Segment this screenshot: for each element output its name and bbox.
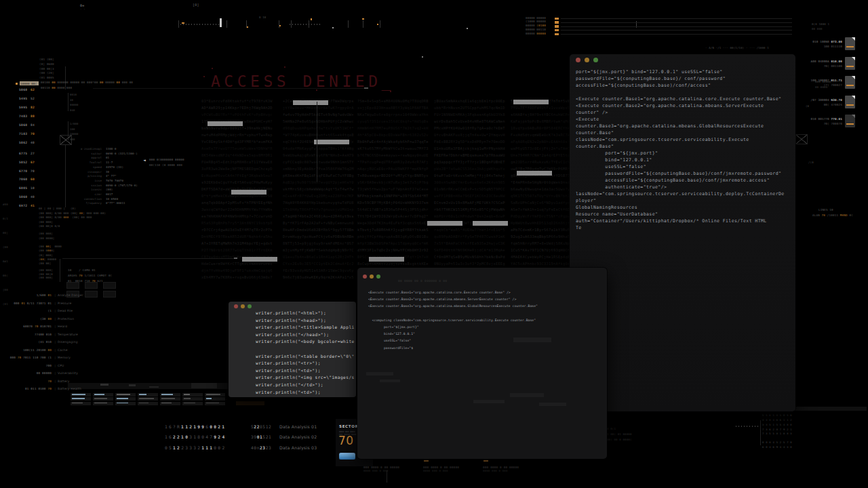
- selection-box: 10000 00(: [20, 81, 39, 85]
- window-controls: [576, 58, 602, 62]
- minimize-button[interactable]: [585, 58, 589, 62]
- text-seg: ARGHS: [68, 274, 79, 277]
- numcol-suffix: 62: [31, 88, 35, 92]
- noise-row: 9n6c7j03udkwKEKy9qrm2KnAPa1*x5: [283, 275, 354, 279]
- legend-numbers: 00000 (0100: [526, 24, 546, 27]
- file-icon[interactable]: [845, 57, 855, 70]
- text-seg: (0100: [536, 24, 546, 27]
- text-seg: 01: [47, 293, 52, 297]
- metric-divider: |: [54, 302, 56, 305]
- minimize-button[interactable]: [370, 274, 374, 279]
- metric-divider: |: [54, 364, 56, 367]
- file-item[interactable]: 010 100N0 073.00100 011110: [807, 37, 861, 54]
- kv-value: 1388-0: [106, 148, 117, 151]
- terminal-window-left[interactable]: writer.println("<html>"); writer.println…: [229, 302, 356, 397]
- metric-divider: |: [54, 293, 56, 297]
- dotted-line: [736, 426, 760, 427]
- kv-label: icse: [51, 180, 102, 183]
- metric-divider: |: [54, 348, 56, 352]
- text-seg: 23332: [181, 445, 201, 450]
- text-seg: (00 00|: [39, 262, 51, 265]
- text-seg: (00 000|: [39, 276, 53, 279]
- legend-line: [561, 34, 792, 35]
- kv-value: 0698-0 (321/1300-): [106, 152, 138, 156]
- noise-row: b?67NC6SDneemaywx+rswNgay0nuUE: [357, 153, 429, 157]
- zoom-button[interactable]: [376, 274, 380, 279]
- minibar-cell: [205, 402, 225, 405]
- file-icon-fold: [852, 57, 855, 60]
- labelcol-b: 400: [70, 138, 75, 142]
- red-fleck: [390, 91, 391, 92]
- text-seg: 7011 110 700 (1: [21, 356, 52, 359]
- close-button[interactable]: [576, 58, 580, 62]
- ruler-tick: [226, 20, 227, 28]
- noise-row: A?+3YRETqMWRh7n31M4bpcYEj+gdxt: [201, 241, 273, 245]
- file-icon-fold: [852, 76, 855, 79]
- dotgrid-row: 7 3 5 5 8 1 8 8 3: [762, 432, 794, 436]
- close-button[interactable]: [234, 304, 238, 308]
- noise-row: 8NTTj53+p9jgj6uy9rsmFdMEnc*0S7: [283, 241, 354, 245]
- noise-row: pq3appgcfTY3jrT?rjc1BDgnFUBnET: [434, 160, 505, 164]
- metric-value: 1/600 01: [7, 293, 52, 297]
- file-item[interactable]: /07 300004 N30.7000( 470024: [807, 96, 861, 112]
- progress-button[interactable]: [339, 453, 355, 460]
- file-label: 100 100007 011.71: [807, 79, 842, 82]
- terminal-window-middle[interactable]: <Execute counter.Base1="org.apache.catal…: [357, 268, 607, 459]
- minibar-fill: [94, 394, 104, 395]
- minibar-cell: [71, 397, 91, 401]
- selection-text: 10000 00(: [20, 82, 37, 85]
- file-icon[interactable]: [845, 115, 855, 127]
- minibar-fill: [184, 403, 195, 404]
- text-seg: 2210: [173, 434, 189, 439]
- file-item[interactable]: 100 100007 011.71(7( 700027: [807, 76, 861, 92]
- labelcol-a: 040: [70, 109, 75, 113]
- red-fleck: [212, 68, 213, 69]
- numcol-value: 5060: [19, 123, 27, 127]
- dotgrid-row: 3 3 5 1 5 5 4 8 8: [762, 424, 794, 427]
- file-item[interactable]: A00 04000A 010.0070( 001100: [807, 57, 861, 73]
- mid-header: 00 | 00 | 000 | (0): [39, 207, 76, 211]
- hud-tinytext: 00( 00 0 0000(: [607, 439, 632, 442]
- file-icon-bar: [846, 123, 854, 125]
- kv-label: czar: [51, 193, 102, 197]
- text-seg: (00 000|: [39, 220, 53, 224]
- labelcol-a: 00000: [70, 104, 78, 107]
- trio-label2: 0000 000 0 000: [363, 470, 389, 473]
- noise-row: s92EKb0sCguYfvEf5A6vqCPHwMuKyy: [201, 180, 273, 184]
- text-seg: 39: [251, 434, 257, 439]
- legend-line: [561, 22, 792, 23]
- analysis-digits: 16?R11219960021: [165, 424, 226, 429]
- kv-value: 30: [106, 171, 109, 174]
- file-sublabel: 00( 470024: [807, 103, 842, 106]
- zoom-button[interactable]: [248, 304, 252, 308]
- text-seg: 00000: [526, 28, 536, 31]
- meta-row: 00110 00 0000 000: [41, 86, 72, 89]
- kv-label: iconzc: [51, 188, 102, 192]
- file-icon[interactable]: [845, 96, 855, 108]
- noise-row: HdeCwerm9WfKrCTTgKxC+NAk0PUPex: [201, 262, 273, 266]
- minibar-fill: [139, 398, 154, 399]
- text-seg: | 000 000-00): [83, 211, 106, 215]
- noise-row: ECnvm2+Uv19+8MaAFjME?UKt?CSCaP: [434, 201, 505, 205]
- minimize-button[interactable]: [241, 304, 245, 308]
- noise-row: 3xFR3wk2We8ejNPTMESBEDgmChcsyD: [201, 167, 273, 171]
- noise-row: vkfMrcS8jcbHeWWWqcAgt*5xT4wf7w: [283, 187, 354, 191]
- numcol-suffix: 70: [31, 169, 35, 174]
- file-icon[interactable]: [845, 37, 855, 50]
- text-seg: 00: [52, 86, 57, 89]
- labelcol-a: 40: [70, 99, 73, 102]
- mid-right-row: ARGHS 70 1/1011 CHMOT 0(: [68, 274, 112, 277]
- noise-row: mfpY3BW3b0SPm7Apc1Tdpmyq0Cx*mK: [357, 241, 429, 245]
- numcol-suffix: 70: [31, 132, 35, 136]
- noise-row: weFF1PBBnH8e?96EF1KC6n23C8euNW: [434, 194, 505, 198]
- file-item[interactable]: 010 001770 770.0170( 700070: [807, 115, 861, 131]
- progress-line-cap: [234, 258, 237, 259]
- arrow-text: 000 0(0000000 00000: [149, 158, 184, 161]
- text-seg: (00 0: [39, 249, 47, 252]
- leftedge-mark: (00: [3, 246, 8, 249]
- close-button[interactable]: [363, 274, 367, 279]
- noise-row: dYMY3F1v7qDc2xjNHwYFCHb0HY2r92: [357, 248, 429, 252]
- code-text: writer.println("<html>"); writer.println…: [256, 310, 356, 396]
- file-icon[interactable]: [845, 76, 855, 89]
- zoom-button[interactable]: [593, 58, 598, 62]
